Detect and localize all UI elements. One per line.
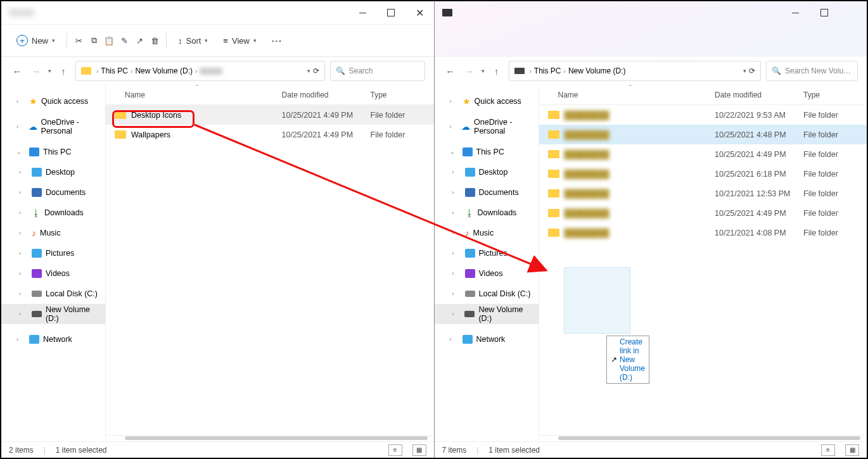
scrollbar-horizontal[interactable] [558,436,861,440]
column-date[interactable]: Date modified [282,91,371,99]
sidebar-item-quick-access[interactable]: ›★Quick access [1,91,105,111]
sidebar-item-localc[interactable]: ›Local Disk (C:) [1,284,105,304]
sidebar-item-downloads[interactable]: ›⭳Downloads [1,203,105,223]
file-type: File folder [803,130,867,139]
paste-button[interactable]: 📋 [103,34,115,47]
breadcrumb-folder[interactable] [200,68,222,75]
delete-button[interactable]: 🗑 [148,34,161,47]
close-button[interactable]: ✕ [405,1,434,24]
forward-button[interactable]: → [463,66,476,77]
file-row[interactable]: ████████10/21/2021 12:53 PMFile folder [539,184,867,203]
file-row[interactable]: ████████10/25/2021 6:18 PMFile folder [539,164,867,184]
copy-button[interactable]: ⧉ [87,34,100,47]
history-chev[interactable]: ▾ [48,68,51,74]
view-details-button[interactable]: ≡ [821,444,835,456]
sidebar-item-newvol[interactable]: ›New Volume (D:) [435,304,539,324]
folder-icon [548,170,559,178]
more-button[interactable]: ··· [265,30,289,51]
maximize-button[interactable] [377,1,405,24]
file-row[interactable]: Wallpapers10/25/2021 4:49 PMFile folder [106,125,434,144]
sidebar-item-pictures[interactable]: ›Pictures [435,243,539,263]
forward-button[interactable]: → [29,66,43,77]
new-label: New [32,36,48,46]
status-bar: 7 items | 1 item selected ≡ ▦ [435,441,867,458]
cut-button[interactable]: ✂ [72,34,85,47]
file-row[interactable]: ████████10/22/2021 9:53 AMFile folder [539,105,867,125]
sidebar-item-pictures[interactable]: ›Pictures [1,243,105,263]
column-name[interactable]: Name [106,91,282,99]
sidebar-item-localc[interactable]: ›Local Disk (C:) [435,284,539,304]
music-icon: ♪ [32,228,36,238]
download-icon: ⭳ [32,208,41,218]
sidebar-item-videos[interactable]: ›Videos [1,263,105,284]
file-row[interactable]: Desktop Icons10/25/2021 4:49 PMFile fold… [106,105,434,125]
back-button[interactable]: ← [444,66,457,77]
minimize-button[interactable] [348,1,377,24]
maximize-button[interactable] [810,1,838,24]
network-icon [29,335,39,344]
share-button[interactable]: ↗ [133,34,146,47]
file-date: 10/25/2021 4:49 PM [282,130,371,139]
search-input[interactable]: 🔍 Search [330,61,425,81]
cloud-icon: ☁ [29,122,37,132]
breadcrumb-root[interactable]: This PC [534,66,561,75]
file-row[interactable]: ████████10/25/2021 4:49 PMFile folder [539,203,867,223]
up-button[interactable]: ↑ [56,66,70,77]
up-button[interactable]: ↑ [490,66,504,77]
file-name: ████████ [565,189,610,198]
plus-icon: + [16,35,28,46]
sidebar-item-music[interactable]: ›♪Music [1,223,105,243]
file-row[interactable]: ████████10/25/2021 4:49 PMFile folder [539,144,867,164]
rename-button[interactable]: ✎ [118,34,131,47]
sidebar-item-onedrive[interactable]: ›☁OneDrive - Personal [1,116,105,137]
navbar: ← → ▾ ↑ › This PC › New Volume (D:) › ▾ … [1,57,434,85]
breadcrumb-drive[interactable]: New Volume (D:) [568,66,626,75]
sidebar-item-network[interactable]: ›Network [1,329,105,349]
status-items: 7 items [442,446,467,455]
sort-button[interactable]: ↕ Sort ▾ [172,30,214,51]
sidebar-item-desktop[interactable]: ›Desktop [435,162,539,182]
new-button[interactable]: + New ▾ [10,30,61,51]
drive-icon [32,311,42,317]
back-button[interactable]: ← [10,66,24,77]
address-bar[interactable]: › This PC › New Volume (D:) › ▾ ⟳ [75,61,325,81]
sidebar-item-documents[interactable]: ›Documents [1,182,105,203]
breadcrumb-drive[interactable]: New Volume (D:) [135,66,193,75]
column-type[interactable]: Type [803,91,867,99]
sidebar-item-newvol[interactable]: ›New Volume (D:) [1,304,105,324]
sidebar-item-network[interactable]: ›Network [435,329,539,349]
file-row[interactable]: ████████10/25/2021 4:48 PMFile folder [539,125,867,144]
file-name: ████████ [565,130,610,139]
sidebar-item-desktop[interactable]: ›Desktop [1,162,105,182]
desktop-icon [32,168,42,177]
view-icons-button[interactable]: ▦ [412,444,426,456]
file-type: File folder [803,209,867,218]
view-details-button[interactable]: ≡ [388,444,402,456]
scrollbar-horizontal[interactable] [125,436,428,440]
sidebar-item-music[interactable]: ›♪Music [435,223,539,243]
sort-caret-icon: ⌃ [195,85,200,90]
view-icons-button[interactable]: ▦ [845,444,859,456]
sidebar-item-videos[interactable]: ›Videos [435,263,539,284]
sidebar-item-thispc[interactable]: ⌄This PC [1,142,105,162]
column-date[interactable]: Date modified [715,91,803,99]
breadcrumb-root[interactable]: This PC [101,66,128,75]
sidebar-item-documents[interactable]: ›Documents [435,182,539,203]
window-title [9,9,34,16]
file-date: 10/25/2021 4:49 PM [715,209,803,218]
view-button[interactable]: ≡ View ▾ [217,30,263,51]
column-type[interactable]: Type [371,91,434,99]
file-date: 10/25/2021 6:18 PM [715,170,803,179]
sidebar-item-downloads[interactable]: ›⭳Downloads [435,203,539,223]
address-bar[interactable]: › This PC › New Volume (D:) ▾ ⟳ [509,61,762,81]
refresh-button[interactable]: ⟳ [313,66,319,75]
sidebar-item-onedrive[interactable]: ›☁OneDrive - Personal [435,116,539,137]
file-row[interactable]: ████████10/21/2021 4:08 PMFile folder [539,223,867,242]
sidebar-item-quick-access[interactable]: ›★Quick access [435,91,539,111]
file-list: ⌃ Name Date modified Type ████████10/22/… [539,85,867,441]
refresh-button[interactable]: ⟳ [749,66,755,75]
search-input[interactable]: 🔍 Search New Volu… [766,61,858,81]
column-name[interactable]: Name [539,91,715,99]
minimize-button[interactable] [781,1,810,24]
sidebar-item-thispc[interactable]: ⌄This PC [435,142,539,162]
